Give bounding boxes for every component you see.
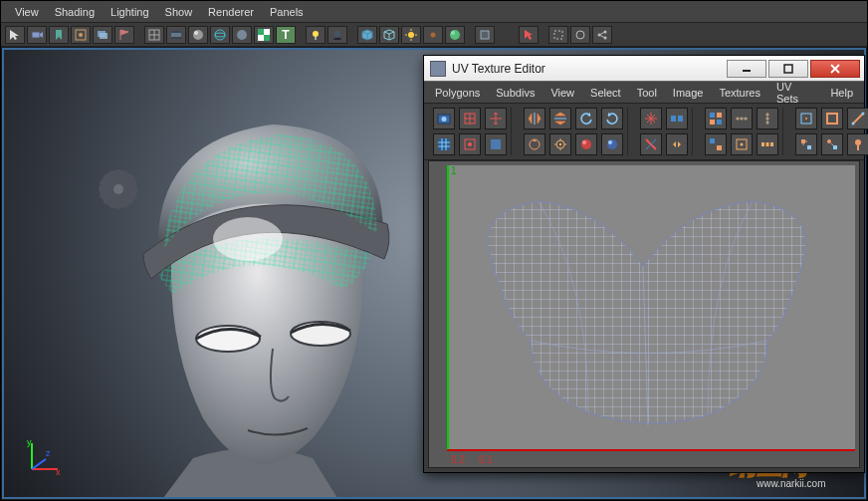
tool-sphere-wire-icon[interactable]: [210, 26, 230, 44]
uv-tool-snapshot-icon[interactable]: [433, 108, 455, 129]
uv-editor-window[interactable]: UV Texture Editor Polygons Subdivs View …: [423, 55, 865, 473]
tool-camera-icon[interactable]: [27, 26, 47, 44]
svg-point-74: [581, 139, 591, 149]
uv-canvas[interactable]: 1 0.2 0.1: [428, 160, 860, 468]
tool-sphere-solid-icon[interactable]: [232, 26, 252, 44]
uv-tool-layout-icon[interactable]: [705, 108, 727, 129]
tool-light-icon[interactable]: [306, 26, 326, 44]
uv-tool-flip-u-icon[interactable]: [524, 108, 545, 129]
tool-checker-icon[interactable]: [254, 26, 274, 44]
uv-tool-sphere-red-icon[interactable]: [575, 133, 597, 155]
svg-rect-98: [761, 142, 764, 146]
window-close-button[interactable]: [810, 60, 860, 78]
tool-dot-icon[interactable]: [423, 26, 443, 44]
uv-tool-layout2-icon[interactable]: [705, 133, 727, 155]
svg-rect-31: [481, 31, 489, 39]
uv-tool-center-icon[interactable]: [549, 133, 571, 155]
svg-point-77: [608, 140, 612, 144]
uv-tool-isolate-icon[interactable]: [459, 133, 481, 155]
uv-tool-convert-icon[interactable]: [821, 133, 843, 155]
uv-tool-toggle-icon[interactable]: [795, 133, 817, 155]
uv-menu-subdivs[interactable]: Subdivs: [489, 85, 542, 101]
tool-text-icon[interactable]: T: [276, 26, 296, 44]
uv-tool-expand-icon[interactable]: [640, 108, 662, 129]
tool-shadow-icon[interactable]: [327, 26, 347, 44]
window-maximize-button[interactable]: [768, 60, 808, 78]
uv-tool-cycle-icon[interactable]: [524, 133, 545, 155]
uv-tool-grid-snap-icon[interactable]: [731, 133, 753, 155]
tool-grid-icon[interactable]: [144, 26, 164, 44]
uv-tool-pin-icon[interactable]: [847, 133, 868, 155]
uv-tool-rotate-cw-icon[interactable]: [601, 108, 623, 129]
svg-point-105: [852, 123, 855, 125]
svg-point-61: [442, 117, 447, 122]
uv-tool-rotate-ccw-icon[interactable]: [575, 108, 597, 129]
uv-tool-shade-icon[interactable]: [485, 133, 507, 155]
uv-menu-image[interactable]: Image: [666, 85, 711, 101]
svg-point-97: [741, 143, 744, 146]
uv-tool-flip-v-icon[interactable]: [549, 108, 571, 129]
svg-point-75: [582, 140, 586, 144]
uv-tool-sphere-blue-icon[interactable]: [601, 133, 623, 155]
tool-flag-icon[interactable]: [114, 26, 134, 44]
tool-sphere-shaded-icon[interactable]: [188, 26, 208, 44]
uv-tick-v1: 1: [451, 165, 457, 176]
menu-show[interactable]: Show: [157, 4, 201, 20]
menu-view[interactable]: View: [7, 4, 47, 20]
uv-tool-align-u-icon[interactable]: [731, 108, 753, 129]
svg-point-43: [213, 217, 283, 261]
tool-bookmark-icon[interactable]: [49, 26, 69, 44]
uv-editor-title: UV Texture Editor: [452, 62, 725, 76]
svg-rect-68: [491, 139, 501, 149]
tool-render-icon[interactable]: [71, 26, 91, 44]
tool-cursor-icon[interactable]: [519, 26, 539, 44]
tool-circle-select-icon[interactable]: [570, 26, 590, 44]
uv-menu-polygons[interactable]: Polygons: [428, 85, 487, 101]
uv-tool-lattice-icon[interactable]: [459, 108, 481, 129]
uv-menu-textures[interactable]: Textures: [712, 85, 767, 101]
uv-shell: [469, 191, 827, 430]
svg-rect-32: [554, 31, 562, 39]
svg-rect-0: [32, 32, 40, 38]
uv-editor-menu: Polygons Subdivs View Select Tool Image …: [424, 82, 864, 104]
uv-tool-unfold-icon[interactable]: [666, 108, 688, 129]
uv-menu-tool[interactable]: Tool: [630, 85, 664, 101]
svg-rect-57: [784, 65, 792, 73]
tool-box-select-icon[interactable]: [548, 26, 568, 44]
uv-tool-distribute-icon[interactable]: [757, 133, 778, 155]
uv-menu-select[interactable]: Select: [583, 85, 628, 101]
uv-tool-select-border-icon[interactable]: [821, 108, 843, 129]
window-minimize-button[interactable]: [727, 60, 766, 78]
menu-renderer[interactable]: Renderer: [200, 4, 262, 20]
tool-cube-icon[interactable]: [357, 26, 377, 44]
tool-share-icon[interactable]: [592, 26, 612, 44]
tool-select-icon[interactable]: [5, 26, 25, 44]
tool-film-icon[interactable]: [166, 26, 186, 44]
uv-tool-cut-icon[interactable]: [640, 133, 662, 155]
uv-tool-select-edge-icon[interactable]: [847, 108, 868, 129]
menu-shading[interactable]: Shading: [47, 4, 103, 20]
uv-tool-select-shell-icon[interactable]: [795, 108, 817, 129]
uv-menu-uvsets[interactable]: UV Sets: [769, 79, 821, 107]
svg-point-102: [805, 118, 807, 120]
svg-point-21: [334, 31, 340, 37]
menu-panels[interactable]: Panels: [262, 4, 312, 20]
svg-point-13: [215, 30, 225, 40]
tool-xray-icon[interactable]: [475, 26, 495, 44]
tool-sun-icon[interactable]: [401, 26, 421, 44]
uv-tool-move-icon[interactable]: [485, 108, 507, 129]
svg-rect-20: [315, 37, 317, 40]
svg-point-52: [113, 184, 123, 194]
menu-lighting[interactable]: Lighting: [103, 4, 157, 20]
svg-rect-108: [807, 145, 811, 149]
svg-rect-82: [710, 113, 715, 118]
uv-tool-align-v-icon[interactable]: [757, 108, 778, 129]
tool-sphere-green-icon[interactable]: [445, 26, 465, 44]
svg-rect-110: [833, 145, 837, 149]
uv-tool-grid-icon[interactable]: [433, 133, 455, 155]
tool-cube-wire-icon[interactable]: [379, 26, 399, 44]
uv-menu-help[interactable]: Help: [823, 85, 860, 101]
uv-tool-sew-icon[interactable]: [666, 133, 688, 155]
uv-menu-view[interactable]: View: [543, 85, 581, 101]
tool-layer-icon[interactable]: [93, 26, 112, 44]
